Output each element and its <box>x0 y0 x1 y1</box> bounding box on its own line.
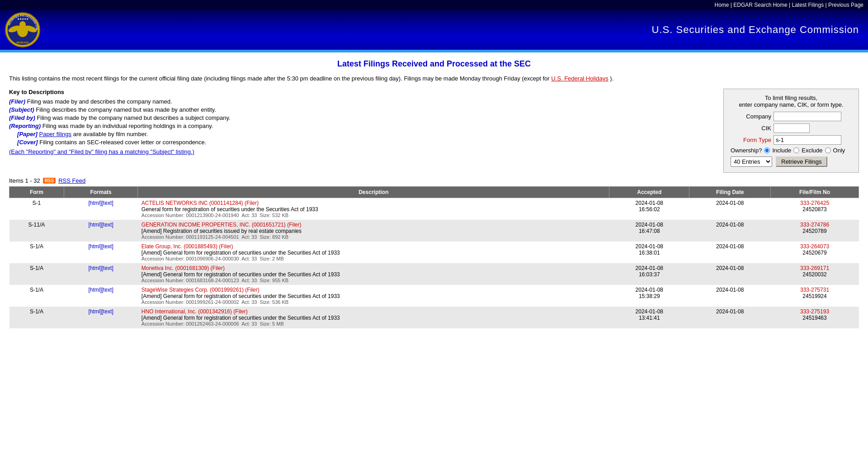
accepted-cell: 2024-01-0816:56:02 <box>609 198 689 220</box>
svg-text:★★★★★: ★★★★★ <box>17 18 28 20</box>
form-cell: S-1/A <box>9 263 64 285</box>
ownership-label: Ownership? <box>731 147 762 154</box>
reporting-note: (Each "Reporting" and "Filed by" filing … <box>9 148 714 155</box>
cik-input[interactable] <box>774 123 810 133</box>
html-format-link[interactable]: [html] <box>88 243 101 250</box>
form-cell: S-1/A <box>9 307 64 328</box>
filer-link[interactable]: HNO International, Inc. (0001342916) (Fi… <box>142 308 248 315</box>
table-row: S-1/A [html][text] StageWise Strategies … <box>9 285 859 307</box>
film-no-cell: 333-269171 24520032 <box>771 263 859 285</box>
nav-edgar-search-link[interactable]: EDGAR Search Home <box>733 2 787 8</box>
top-navigation: Home | EDGAR Search Home | Latest Filing… <box>0 0 868 10</box>
html-format-link[interactable]: [html] <box>88 287 101 293</box>
filing-date-cell: 2024-01-08 <box>689 198 771 220</box>
reporting-note-link[interactable]: (Each "Reporting" and "Filed by" filing … <box>9 148 194 155</box>
formats-cell: [html][text] <box>64 263 138 285</box>
key-cover: [Cover] Filing contains an SEC-released … <box>9 139 714 146</box>
file-no-link[interactable]: 333-275193 <box>800 308 829 315</box>
key-title: Key to Descriptions <box>9 89 714 95</box>
federal-holidays-link[interactable]: U.S. Federal Holidays <box>551 75 608 82</box>
ownership-include-radio[interactable] <box>764 147 770 153</box>
file-no-link[interactable]: 333-275731 <box>800 287 829 293</box>
nav-previous-page-link[interactable]: Previous Page <box>828 2 863 8</box>
ownership-exclude-radio[interactable] <box>793 147 799 153</box>
key-subject: (Subject) Filing describes the company n… <box>9 106 714 113</box>
form-type-input[interactable] <box>774 135 841 145</box>
formats-cell: [html][text] <box>64 285 138 307</box>
filer-link[interactable]: Monetiva Inc. (0001681309) (Filer) <box>142 265 225 271</box>
svg-text:MCMXXXIX: MCMXXXIX <box>17 41 29 44</box>
filing-date-cell: 2024-01-08 <box>689 285 771 307</box>
nav-latest-filings-link[interactable]: Latest Filings <box>792 2 824 8</box>
description-cell: Monetiva Inc. (0001681309) (Filer) [Amen… <box>138 263 609 285</box>
film-no-cell: 333-264073 24520679 <box>771 241 859 263</box>
film-no: 24520873 <box>802 206 826 213</box>
company-row: Company <box>731 112 852 121</box>
form-type-label: Form Type <box>731 137 771 143</box>
key-reporting: (Reporting) Filing was made by an indivi… <box>9 123 714 129</box>
retrieve-filings-button[interactable]: Retrieve Filings <box>776 156 827 167</box>
filing-date-cell: 2024-01-08 <box>689 263 771 285</box>
sec-seal: ★★★★★ SECURITIES AND EXCHANGE COMMISSION… <box>5 12 41 48</box>
file-no-link[interactable]: 333-269171 <box>800 265 829 271</box>
items-row: Items 1 - 32 RSS RSS Feed <box>9 177 859 184</box>
form-type-row: Form Type <box>731 135 852 145</box>
film-no: 24520032 <box>802 271 826 278</box>
col-filing-date: Filing Date <box>689 186 771 198</box>
table-row: S-1/A [html][text] Elate Group, Inc. (00… <box>9 241 859 263</box>
text-format-link[interactable]: [text] <box>102 222 113 228</box>
key-section: Key to Descriptions (Filer) Filing was m… <box>9 89 714 173</box>
entries-select[interactable]: 40 Entries 20 Entries 100 Entries <box>731 156 772 167</box>
table-row: S-11/A [html][text] GENERATION INCOME PR… <box>9 220 859 241</box>
html-format-link[interactable]: [html] <box>88 200 101 206</box>
form-cell: S-11/A <box>9 220 64 241</box>
filings-table: Form Formats Description Accepted Filing… <box>9 186 859 328</box>
file-no-link[interactable]: 333-276425 <box>800 200 829 206</box>
filer-link[interactable]: ACTELIS NETWORKS INC (0001141284) (Filer… <box>142 200 259 206</box>
html-format-link[interactable]: [html] <box>88 265 101 271</box>
ownership-only-radio[interactable] <box>825 147 831 153</box>
film-no-cell: 333-276425 24520873 <box>771 198 859 220</box>
film-no: 24520789 <box>802 228 826 234</box>
filing-date-cell: 2024-01-08 <box>689 307 771 328</box>
film-no: 24519924 <box>802 293 826 299</box>
accepted-cell: 2024-01-0815:38:29 <box>609 285 689 307</box>
film-no-cell: 333-275193 24519463 <box>771 307 859 328</box>
filing-date-cell: 2024-01-08 <box>689 220 771 241</box>
description-cell: StageWise Strategies Corp. (0001999261) … <box>138 285 609 307</box>
company-input[interactable] <box>774 112 841 121</box>
ownership-row: Ownership? Include Exclude Only <box>731 147 852 154</box>
form-cell: S-1/A <box>9 241 64 263</box>
col-formats: Formats <box>64 186 138 198</box>
text-format-link[interactable]: [text] <box>102 265 113 271</box>
html-format-link[interactable]: [html] <box>88 308 101 315</box>
table-row: S-1 [html][text] ACTELIS NETWORKS INC (0… <box>9 198 859 220</box>
accepted-cell: 2024-01-0816:38:01 <box>609 241 689 263</box>
formats-cell: [html][text] <box>64 220 138 241</box>
file-no-link[interactable]: 333-264073 <box>800 243 829 250</box>
main-content: Latest Filings Received and Processed at… <box>0 52 868 335</box>
text-format-link[interactable]: [text] <box>102 243 113 250</box>
table-header-row: Form Formats Description Accepted Filing… <box>9 186 859 198</box>
html-format-link[interactable]: [html] <box>88 222 101 228</box>
site-title: U.S. Securities and Exchange Commission <box>41 24 863 36</box>
text-format-link[interactable]: [text] <box>102 308 113 315</box>
col-form: Form <box>9 186 64 198</box>
col-description: Description <box>138 186 609 198</box>
text-format-link[interactable]: [text] <box>102 287 113 293</box>
form-cell: S-1/A <box>9 285 64 307</box>
filer-link[interactable]: StageWise Strategies Corp. (0001999261) … <box>142 287 259 293</box>
paper-filings-link[interactable]: Paper filings <box>39 131 71 137</box>
filer-link[interactable]: GENERATION INCOME PROPERTIES, INC. (0001… <box>142 222 302 228</box>
key-filer: (Filer) Filing was made by and describes… <box>9 98 714 105</box>
cik-row: CIK <box>731 123 852 133</box>
description-cell: Elate Group, Inc. (0001885493) (Filer) [… <box>138 241 609 263</box>
cik-label: CIK <box>731 125 771 132</box>
rss-feed-link[interactable]: RSS Feed <box>58 177 85 184</box>
filer-link[interactable]: Elate Group, Inc. (0001885493) (Filer) <box>142 243 233 250</box>
filter-form: To limit filing results, enter company n… <box>723 89 859 173</box>
nav-home-link[interactable]: Home <box>714 2 729 8</box>
text-format-link[interactable]: [text] <box>102 200 113 206</box>
file-no-link[interactable]: 333-274786 <box>800 222 829 228</box>
filing-date-cell: 2024-01-08 <box>689 241 771 263</box>
